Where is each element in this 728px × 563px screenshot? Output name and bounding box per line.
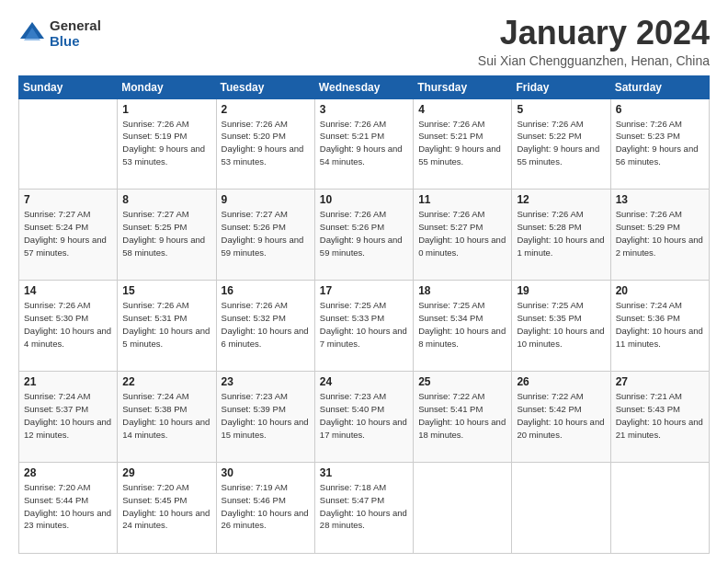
table-row: 6 Sunrise: 7:26 AMSunset: 5:23 PMDayligh… <box>610 98 709 190</box>
day-number: 25 <box>418 375 506 388</box>
day-number: 16 <box>222 284 310 297</box>
table-row: 28 Sunrise: 7:20 AMSunset: 5:44 PMDaylig… <box>19 463 118 554</box>
day-number: 5 <box>517 103 605 116</box>
week-row-0: 1 Sunrise: 7:26 AMSunset: 5:19 PMDayligh… <box>19 98 710 190</box>
day-number: 14 <box>24 284 112 297</box>
table-row: 2 Sunrise: 7:26 AMSunset: 5:20 PMDayligh… <box>216 98 314 190</box>
day-number: 26 <box>517 375 605 388</box>
day-info: Sunrise: 7:26 AMSunset: 5:32 PMDaylight:… <box>222 299 310 350</box>
day-info: Sunrise: 7:25 AMSunset: 5:35 PMDaylight:… <box>517 299 605 350</box>
table-row: 16 Sunrise: 7:26 AMSunset: 5:32 PMDaylig… <box>216 281 314 372</box>
day-info: Sunrise: 7:23 AMSunset: 5:40 PMDaylight:… <box>320 390 408 441</box>
day-info: Sunrise: 7:26 AMSunset: 5:21 PMDaylight:… <box>320 118 408 168</box>
table-row: 30 Sunrise: 7:19 AMSunset: 5:46 PMDaylig… <box>216 463 314 554</box>
day-info: Sunrise: 7:19 AMSunset: 5:46 PMDaylight:… <box>222 481 310 532</box>
day-info: Sunrise: 7:24 AMSunset: 5:37 PMDaylight:… <box>24 390 112 441</box>
table-row: 23 Sunrise: 7:23 AMSunset: 5:39 PMDaylig… <box>216 372 314 463</box>
header-thursday: Thursday <box>414 75 512 98</box>
logo-icon <box>18 20 46 48</box>
day-number: 7 <box>24 193 112 206</box>
day-info: Sunrise: 7:26 AMSunset: 5:28 PMDaylight:… <box>517 208 605 259</box>
day-info: Sunrise: 7:18 AMSunset: 5:47 PMDaylight:… <box>320 481 408 532</box>
table-row: 1 Sunrise: 7:26 AMSunset: 5:19 PMDayligh… <box>118 98 216 190</box>
week-row-1: 7 Sunrise: 7:27 AMSunset: 5:24 PMDayligh… <box>19 190 710 281</box>
logo-text: General Blue <box>50 18 101 49</box>
day-number: 28 <box>24 466 112 479</box>
calendar-table: Sunday Monday Tuesday Wednesday Thursday… <box>18 75 710 554</box>
day-number: 10 <box>320 193 408 206</box>
title-block: January 2024 Sui Xian Chengguanzhen, Hen… <box>478 15 710 68</box>
day-info: Sunrise: 7:20 AMSunset: 5:44 PMDaylight:… <box>24 481 112 532</box>
day-number: 3 <box>320 103 408 116</box>
day-number: 18 <box>418 284 506 297</box>
table-row: 17 Sunrise: 7:25 AMSunset: 5:33 PMDaylig… <box>314 281 413 372</box>
day-info: Sunrise: 7:25 AMSunset: 5:34 PMDaylight:… <box>418 299 506 350</box>
table-row: 21 Sunrise: 7:24 AMSunset: 5:37 PMDaylig… <box>19 372 118 463</box>
day-number: 23 <box>222 375 310 388</box>
table-row: 18 Sunrise: 7:25 AMSunset: 5:34 PMDaylig… <box>414 281 512 372</box>
day-info: Sunrise: 7:23 AMSunset: 5:39 PMDaylight:… <box>222 390 310 441</box>
logo-blue-text: Blue <box>50 34 101 50</box>
table-row <box>512 463 610 554</box>
day-info: Sunrise: 7:26 AMSunset: 5:26 PMDaylight:… <box>320 208 408 259</box>
day-info: Sunrise: 7:20 AMSunset: 5:45 PMDaylight:… <box>122 481 210 532</box>
header-saturday: Saturday <box>610 75 709 98</box>
day-info: Sunrise: 7:22 AMSunset: 5:42 PMDaylight:… <box>517 390 605 441</box>
day-number: 20 <box>616 284 704 297</box>
table-row: 13 Sunrise: 7:26 AMSunset: 5:29 PMDaylig… <box>610 190 709 281</box>
table-row: 3 Sunrise: 7:26 AMSunset: 5:21 PMDayligh… <box>314 98 413 190</box>
day-number: 21 <box>24 375 112 388</box>
day-info: Sunrise: 7:24 AMSunset: 5:38 PMDaylight:… <box>122 390 210 441</box>
header-friday: Friday <box>512 75 610 98</box>
header-wednesday: Wednesday <box>314 75 413 98</box>
table-row: 22 Sunrise: 7:24 AMSunset: 5:38 PMDaylig… <box>118 372 216 463</box>
day-info: Sunrise: 7:26 AMSunset: 5:21 PMDaylight:… <box>418 118 506 168</box>
header-monday: Monday <box>118 75 216 98</box>
logo: General Blue <box>18 18 101 49</box>
day-info: Sunrise: 7:27 AMSunset: 5:26 PMDaylight:… <box>222 208 310 259</box>
table-row: 10 Sunrise: 7:26 AMSunset: 5:26 PMDaylig… <box>314 190 413 281</box>
table-row: 4 Sunrise: 7:26 AMSunset: 5:21 PMDayligh… <box>414 98 512 190</box>
day-number: 17 <box>320 284 408 297</box>
logo-general-text: General <box>50 18 101 34</box>
week-row-4: 28 Sunrise: 7:20 AMSunset: 5:44 PMDaylig… <box>19 463 710 554</box>
day-info: Sunrise: 7:26 AMSunset: 5:22 PMDaylight:… <box>517 118 605 168</box>
table-row <box>414 463 512 554</box>
table-row: 9 Sunrise: 7:27 AMSunset: 5:26 PMDayligh… <box>216 190 314 281</box>
table-row: 31 Sunrise: 7:18 AMSunset: 5:47 PMDaylig… <box>314 463 413 554</box>
table-row: 20 Sunrise: 7:24 AMSunset: 5:36 PMDaylig… <box>610 281 709 372</box>
day-info: Sunrise: 7:26 AMSunset: 5:19 PMDaylight:… <box>122 118 210 168</box>
table-row: 27 Sunrise: 7:21 AMSunset: 5:43 PMDaylig… <box>610 372 709 463</box>
table-row: 7 Sunrise: 7:27 AMSunset: 5:24 PMDayligh… <box>19 190 118 281</box>
header-tuesday: Tuesday <box>216 75 314 98</box>
day-info: Sunrise: 7:26 AMSunset: 5:27 PMDaylight:… <box>418 208 506 259</box>
day-number: 9 <box>222 193 310 206</box>
table-row: 5 Sunrise: 7:26 AMSunset: 5:22 PMDayligh… <box>512 98 610 190</box>
day-number: 1 <box>122 103 210 116</box>
day-number: 19 <box>517 284 605 297</box>
day-number: 30 <box>222 466 310 479</box>
table-row: 14 Sunrise: 7:26 AMSunset: 5:30 PMDaylig… <box>19 281 118 372</box>
day-number: 2 <box>222 103 310 116</box>
week-row-2: 14 Sunrise: 7:26 AMSunset: 5:30 PMDaylig… <box>19 281 710 372</box>
day-number: 13 <box>616 193 704 206</box>
day-info: Sunrise: 7:24 AMSunset: 5:36 PMDaylight:… <box>616 299 704 350</box>
table-row: 12 Sunrise: 7:26 AMSunset: 5:28 PMDaylig… <box>512 190 610 281</box>
day-info: Sunrise: 7:22 AMSunset: 5:41 PMDaylight:… <box>418 390 506 441</box>
title-location: Sui Xian Chengguanzhen, Henan, China <box>478 53 710 68</box>
day-number: 6 <box>616 103 704 116</box>
day-number: 31 <box>320 466 408 479</box>
table-row: 11 Sunrise: 7:26 AMSunset: 5:27 PMDaylig… <box>414 190 512 281</box>
day-number: 15 <box>122 284 210 297</box>
day-number: 8 <box>122 193 210 206</box>
page: General Blue January 2024 Sui Xian Cheng… <box>0 0 728 563</box>
day-info: Sunrise: 7:26 AMSunset: 5:31 PMDaylight:… <box>122 299 210 350</box>
table-row: 19 Sunrise: 7:25 AMSunset: 5:35 PMDaylig… <box>512 281 610 372</box>
day-number: 4 <box>418 103 506 116</box>
week-row-3: 21 Sunrise: 7:24 AMSunset: 5:37 PMDaylig… <box>19 372 710 463</box>
day-info: Sunrise: 7:21 AMSunset: 5:43 PMDaylight:… <box>616 390 704 441</box>
header-sunday: Sunday <box>19 75 118 98</box>
header: General Blue January 2024 Sui Xian Cheng… <box>18 15 710 68</box>
day-info: Sunrise: 7:26 AMSunset: 5:23 PMDaylight:… <box>616 118 704 168</box>
day-info: Sunrise: 7:26 AMSunset: 5:30 PMDaylight:… <box>24 299 112 350</box>
